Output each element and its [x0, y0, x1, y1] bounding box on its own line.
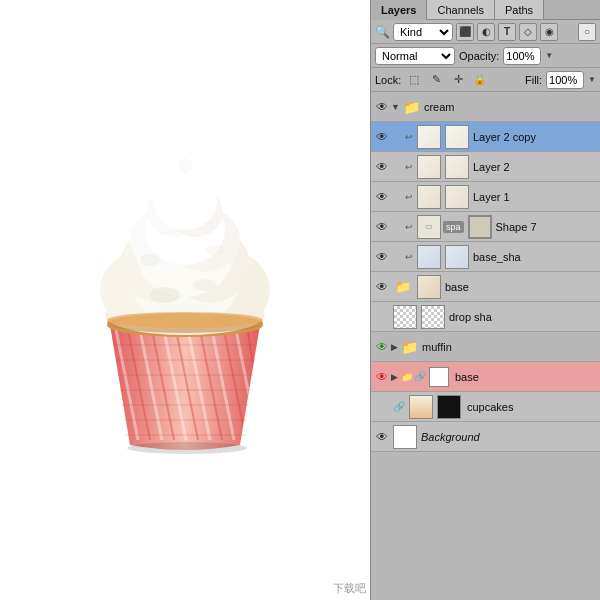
- drop-sha-name: drop sha: [447, 311, 598, 323]
- thumb-base2: [429, 367, 449, 387]
- thumb-drop-sha: [393, 305, 417, 329]
- layers-panel: Layers Channels Paths 🔍 Kind ⬛ ◐ T ◇ ◉ ○…: [370, 0, 600, 600]
- filter-toggle-btn[interactable]: ○: [578, 23, 596, 41]
- panel-tabs: Layers Channels Paths: [371, 0, 600, 20]
- shape7-name: Shape 7: [494, 221, 598, 233]
- layer-cream-group[interactable]: 👁 ▼ 📁 cream: [371, 92, 600, 122]
- eye-layer2copy[interactable]: 👁: [373, 128, 391, 146]
- tab-layers[interactable]: Layers: [371, 0, 427, 20]
- eye-layer1[interactable]: 👁: [373, 188, 391, 206]
- thumb-cupcakes: [409, 395, 433, 419]
- lock-image-btn[interactable]: ✎: [427, 71, 445, 89]
- svg-point-37: [193, 279, 217, 291]
- layer-muffin-group[interactable]: 👁 ▶ 📁 muffin: [371, 332, 600, 362]
- base-sha-name: base_sha: [471, 251, 598, 263]
- thumb2-drop-sha: [421, 305, 445, 329]
- search-icon: 🔍: [375, 25, 390, 39]
- layers-list: 👁 ▼ 📁 cream 👁 ↩ Layer 2 copy 👁 ↩ Layer 2…: [371, 92, 600, 600]
- link-layer2copy[interactable]: ↩: [403, 128, 415, 146]
- type-filter-btn[interactable]: T: [498, 23, 516, 41]
- opacity-arrow[interactable]: ▼: [545, 51, 553, 60]
- fill-input[interactable]: [546, 71, 584, 89]
- base-name: base: [443, 281, 598, 293]
- cream-group-name: cream: [422, 101, 598, 113]
- eye-base2[interactable]: 👁: [373, 368, 391, 386]
- eye-cream-group[interactable]: 👁: [373, 98, 391, 116]
- lock-pixel-btn[interactable]: ⬚: [405, 71, 423, 89]
- thumb2-cupcakes: [437, 395, 461, 419]
- opacity-label: Opacity:: [459, 50, 499, 62]
- layer-base2[interactable]: 👁 ▶ 📁 🔗 base: [371, 362, 600, 392]
- eye-muffin-group[interactable]: 👁: [373, 338, 391, 356]
- eye-cupcakes[interactable]: [373, 398, 391, 416]
- shape-filter-btn[interactable]: ◇: [519, 23, 537, 41]
- thumb-layer2: [417, 155, 441, 179]
- thumb2-layer2: [445, 155, 469, 179]
- layer2copy-name: Layer 2 copy: [471, 131, 598, 143]
- thumb-layer1: [417, 185, 441, 209]
- fill-arrow[interactable]: ▼: [588, 75, 596, 84]
- link-layer2[interactable]: ↩: [403, 158, 415, 176]
- link-shape7[interactable]: ↩: [403, 218, 415, 236]
- thumb2-layer1: [445, 185, 469, 209]
- lock-label: Lock:: [375, 74, 401, 86]
- smart-filter-btn[interactable]: ◉: [540, 23, 558, 41]
- eye-base[interactable]: 👁: [373, 278, 391, 296]
- muffin-group-arrow[interactable]: ▶: [391, 342, 398, 352]
- svg-point-41: [107, 312, 263, 328]
- blend-opacity-row: Normal Opacity: ▼: [371, 44, 600, 68]
- thumb-base: [417, 275, 441, 299]
- filter-kind-row: 🔍 Kind ⬛ ◐ T ◇ ◉ ○: [371, 20, 600, 44]
- opacity-input[interactable]: [503, 47, 541, 65]
- lock-all-btn[interactable]: 🔒: [471, 71, 489, 89]
- kind-select[interactable]: Kind: [393, 23, 453, 41]
- thumb2-layer2copy: [445, 125, 469, 149]
- link-base-sha[interactable]: ↩: [403, 248, 415, 266]
- canvas-area: 下载吧: [0, 0, 370, 600]
- cream-group-arrow[interactable]: ▼: [391, 102, 400, 112]
- fill-label: Fill:: [525, 74, 542, 86]
- eye-drop-sha[interactable]: [373, 308, 391, 326]
- thumb-layer2copy: [417, 125, 441, 149]
- base2-group-arrow[interactable]: ▶: [391, 372, 398, 382]
- svg-point-36: [150, 287, 180, 303]
- adjustment-filter-btn[interactable]: ◐: [477, 23, 495, 41]
- layer-layer2copy[interactable]: 👁 ↩ Layer 2 copy: [371, 122, 600, 152]
- layer-background[interactable]: 👁 Background: [371, 422, 600, 452]
- layer2-name: Layer 2: [471, 161, 598, 173]
- thumb-base-sha: [417, 245, 441, 269]
- muffin-group-name: muffin: [420, 341, 598, 353]
- svg-point-42: [127, 442, 247, 454]
- link-layer1[interactable]: ↩: [403, 188, 415, 206]
- layer-base-sha[interactable]: 👁 ↩ base_sha: [371, 242, 600, 272]
- layer1-name: Layer 1: [471, 191, 598, 203]
- thumb-background: [393, 425, 417, 449]
- background-name: Background: [419, 431, 598, 443]
- tab-channels[interactable]: Channels: [427, 0, 494, 19]
- lock-position-btn[interactable]: ✛: [449, 71, 467, 89]
- eye-shape7[interactable]: 👁: [373, 218, 391, 236]
- eye-background[interactable]: 👁: [373, 428, 391, 446]
- base2-name: base: [453, 371, 598, 383]
- svg-point-39: [205, 245, 225, 255]
- tab-paths[interactable]: Paths: [495, 0, 544, 19]
- layer-cupcakes[interactable]: 🔗 cupcakes: [371, 392, 600, 422]
- layer-drop-sha[interactable]: drop sha: [371, 302, 600, 332]
- thumb-shape7: ▭: [417, 215, 441, 239]
- cupcake-illustration: [45, 140, 325, 460]
- svg-point-38: [140, 254, 160, 266]
- muffin-folder-icon: 📁: [401, 339, 418, 355]
- layer-layer2[interactable]: 👁 ↩ Layer 2: [371, 152, 600, 182]
- lock-fill-row: Lock: ⬚ ✎ ✛ 🔒 Fill: ▼: [371, 68, 600, 92]
- layer-layer1[interactable]: 👁 ↩ Layer 1: [371, 182, 600, 212]
- blend-mode-select[interactable]: Normal: [375, 47, 455, 65]
- canvas-watermark: 下载吧: [333, 581, 366, 596]
- svg-point-35: [178, 158, 192, 174]
- eye-base-sha[interactable]: 👁: [373, 248, 391, 266]
- layer-base[interactable]: 👁 📁 base: [371, 272, 600, 302]
- pixel-filter-btn[interactable]: ⬛: [456, 23, 474, 41]
- cupcakes-name: cupcakes: [465, 401, 598, 413]
- layer-shape7[interactable]: 👁 ↩ ▭ spa Shape 7: [371, 212, 600, 242]
- thumb2-base-sha: [445, 245, 469, 269]
- eye-layer2[interactable]: 👁: [373, 158, 391, 176]
